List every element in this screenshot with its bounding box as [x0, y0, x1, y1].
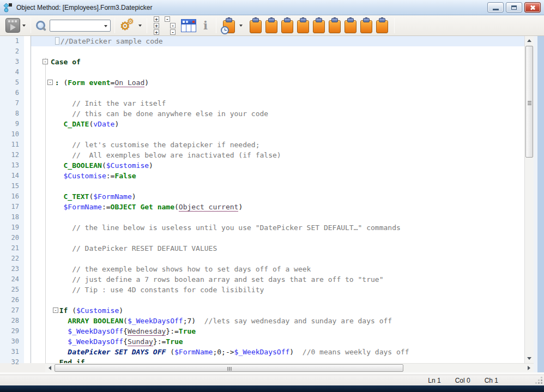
- code-line-7[interactable]: // Init the var itself: [31, 98, 524, 108]
- code-line-13[interactable]: C_BOOLEAN($Customise): [31, 160, 524, 171]
- code-line-14[interactable]: $Customise:=False: [31, 171, 524, 181]
- toolbar-separator: [31, 18, 31, 33]
- vertical-scrollbar[interactable]: [524, 36, 534, 363]
- scroll-right-button[interactable]: [524, 364, 534, 372]
- expand-all-button[interactable]: + + +: [154, 16, 159, 35]
- code-line-28[interactable]: ARRAY BOOLEAN($_WeekDaysOff;7) //lets sa…: [31, 316, 524, 326]
- code-line-15[interactable]: [31, 181, 524, 191]
- code-line-18[interactable]: [31, 212, 524, 222]
- code-line-17[interactable]: $FormName:=OBJECT Get name(Object curren…: [31, 202, 524, 212]
- code-line-25[interactable]: // Tip : use 4D constants for code lisib…: [31, 285, 524, 295]
- code-line-24[interactable]: // just define a 7 rows boolean array an…: [31, 274, 524, 285]
- line-number: 22: [0, 254, 24, 264]
- close-button[interactable]: [524, 2, 541, 13]
- code-line-21[interactable]: // DatePicker RESET DEFAULT VALUES: [31, 243, 524, 254]
- code-area[interactable]: //DatePicker sample code-Case of- : (For…: [31, 36, 524, 363]
- code-line-16[interactable]: C_TEXT($FormName): [31, 191, 524, 202]
- clipboard-9[interactable]: [376, 18, 388, 33]
- horizontal-scroll-thumb[interactable]: [55, 364, 403, 372]
- fold-toggle-icon[interactable]: -: [47, 80, 53, 85]
- horizontal-scrollbar[interactable]: [45, 363, 534, 372]
- code-line-31[interactable]: DatePicker SET DAYS OFF ($FormName;0;->$…: [31, 347, 524, 357]
- arrow-down-icon: [527, 357, 531, 360]
- paste-history-button[interactable]: [220, 17, 244, 34]
- status-line: Ln 1: [428, 377, 440, 384]
- status-bar: Ln 1 Col 0 Ch 1: [0, 375, 544, 385]
- line-number: 18: [0, 212, 24, 222]
- clipboard-1[interactable]: [250, 18, 262, 33]
- code-line-10[interactable]: [31, 129, 524, 140]
- arrow-up-icon: [527, 39, 531, 42]
- minimize-button[interactable]: [487, 2, 504, 13]
- code-line-22[interactable]: [31, 254, 524, 264]
- line-number: 31: [0, 347, 24, 357]
- code-line-19[interactable]: // the line below is useless until you u…: [31, 222, 524, 233]
- resize-grip[interactable]: [536, 377, 542, 384]
- title-bar[interactable]: Object Method: [Employees].Form3.Datepic…: [0, 0, 544, 15]
- status-char: Ch 1: [485, 377, 498, 384]
- fold-toggle-icon[interactable]: -: [53, 307, 58, 313]
- code-line-6[interactable]: [31, 88, 524, 98]
- expand-all-icon: +: [154, 16, 159, 22]
- information-button[interactable]: i: [203, 19, 208, 33]
- line-number: 2: [0, 46, 24, 57]
- line-number: 21: [0, 243, 24, 254]
- line-number: 20: [0, 233, 24, 243]
- clipboard-8[interactable]: [360, 18, 372, 33]
- clipboard-3[interactable]: [281, 18, 293, 33]
- code-line-11[interactable]: // let's customise the datepicker if nee…: [31, 140, 524, 150]
- vertical-scroll-track[interactable]: [525, 45, 534, 354]
- show-form-button[interactable]: [181, 19, 196, 32]
- chevron-down-icon: [138, 25, 142, 27]
- line-number: 3: [0, 57, 24, 67]
- code-line-5[interactable]: - : (Form event=On Load): [31, 77, 524, 88]
- breakpoint-margin[interactable]: [24, 36, 31, 363]
- chevron-down-icon: [239, 25, 243, 27]
- code-line-23[interactable]: // the exemple below shows how to set da…: [31, 264, 524, 274]
- form-icon: [182, 20, 196, 24]
- fold-toggle-icon[interactable]: -: [43, 59, 48, 64]
- scroll-up-button[interactable]: [525, 36, 534, 45]
- line-number: 8: [0, 108, 24, 119]
- method-options-button[interactable]: ⚙ ⚙: [119, 17, 143, 34]
- vertical-scroll-thumb[interactable]: [525, 46, 533, 158]
- code-line-26[interactable]: [31, 295, 524, 305]
- code-line-29[interactable]: $_WeekDaysOff{Wednesday}:=True: [31, 326, 524, 336]
- clipboard-5[interactable]: [313, 18, 325, 33]
- clipboard-7[interactable]: [344, 18, 356, 33]
- clipboard-2[interactable]: [265, 18, 277, 33]
- text-cursor: [55, 37, 59, 45]
- toolbar-separator: [216, 18, 216, 33]
- code-line-2[interactable]: [31, 46, 524, 57]
- code-line-3[interactable]: -Case of: [31, 57, 524, 67]
- window-title: Object Method: [Employees].Form3.Datepic…: [16, 4, 152, 11]
- code-line-9[interactable]: C_DATE(vDate): [31, 119, 524, 129]
- execute-method-button[interactable]: [4, 17, 27, 34]
- horizontal-scroll-track[interactable]: [55, 364, 524, 372]
- scroll-down-button[interactable]: [525, 354, 534, 363]
- collapse-all-icon: -: [165, 16, 170, 22]
- search-input[interactable]: [50, 21, 99, 31]
- arrow-left-icon: [49, 366, 51, 370]
- gears-icon: ⚙ ⚙: [120, 18, 136, 33]
- code-line-20[interactable]: [31, 233, 524, 243]
- clipboard-4[interactable]: [297, 18, 309, 33]
- code-line-32[interactable]: End if: [31, 357, 524, 363]
- code-editor[interactable]: 1234567891011121314151617181920212223242…: [0, 36, 544, 363]
- code-line-30[interactable]: $_WeekDaysOff{Sunday}:=True: [31, 336, 524, 347]
- scroll-left-button[interactable]: [45, 364, 55, 372]
- code-line-4[interactable]: [31, 67, 524, 77]
- code-line-27[interactable]: - If ($Customise): [31, 305, 524, 316]
- collapse-all-button[interactable]: - - -: [165, 16, 176, 35]
- maximize-button[interactable]: [506, 2, 522, 13]
- line-number: 30: [0, 336, 24, 347]
- code-line-8[interactable]: // this can be done anywhere else in you…: [31, 108, 524, 119]
- code-line-12[interactable]: // All exemples below are inactivated (i…: [31, 150, 524, 160]
- line-number: 29: [0, 326, 24, 336]
- arrow-right-icon: [528, 366, 530, 370]
- search-combobox[interactable]: [50, 20, 111, 32]
- code-line-1[interactable]: //DatePicker sample code: [31, 36, 524, 46]
- toolbar: ⚙ ⚙ + + + - - - i: [0, 15, 544, 36]
- line-number: 25: [0, 285, 24, 295]
- clipboard-6[interactable]: [329, 18, 341, 33]
